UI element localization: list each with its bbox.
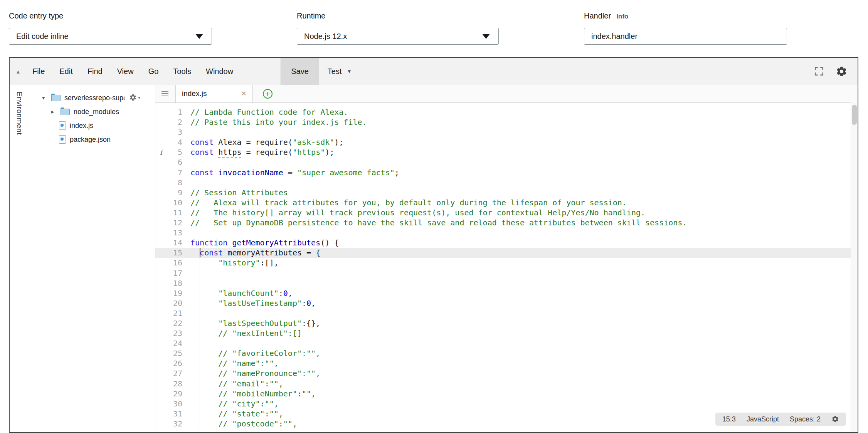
code-line[interactable] — [190, 157, 851, 167]
code-line[interactable]: // "namePronounce":"", — [190, 368, 851, 378]
gutter-line-number[interactable]: 14 — [155, 238, 190, 248]
test-button[interactable]: Test ▾ — [319, 58, 359, 85]
code-line[interactable]: // Lambda Function code for Alexa. — [190, 107, 851, 117]
runtime-select[interactable]: Node.js 12.x — [297, 28, 499, 45]
gutter-line-number[interactable]: 26 — [155, 358, 190, 368]
menu-view[interactable]: View — [110, 58, 141, 85]
gutter-line-number[interactable]: 2 — [155, 117, 190, 127]
code-line[interactable]: // The history[] array will track previo… — [190, 208, 851, 218]
gutter-line-number[interactable]: 8 — [155, 178, 190, 188]
gutter-line-number[interactable]: 7 — [155, 168, 190, 178]
gutter-line-number[interactable]: 11 — [155, 208, 190, 218]
code-line[interactable]: function getMemoryAttributes() { — [190, 238, 851, 248]
gutter-line-number[interactable]: 10 — [155, 198, 190, 208]
language-mode[interactable]: JavaScript — [747, 414, 779, 424]
code-line[interactable]: const invocationName = "super awesome fa… — [190, 168, 851, 178]
handler-info-link[interactable]: Info — [616, 13, 628, 20]
gutter-line-number[interactable]: 6 — [155, 157, 190, 167]
menu-file[interactable]: File — [25, 58, 52, 85]
code-line[interactable] — [190, 127, 851, 137]
gutter-line-number[interactable]: 4 — [155, 137, 190, 147]
code-line[interactable]: // "favoriteColor":"", — [190, 348, 851, 358]
tab-index-js[interactable]: index.js × — [175, 85, 253, 102]
code-line[interactable]: // Alexa will track attributes for you, … — [190, 198, 851, 208]
gutter-line-number[interactable]: 19 — [155, 288, 190, 298]
add-tab-button[interactable]: + — [263, 89, 273, 99]
gutter-line-number[interactable]: 29 — [155, 389, 190, 399]
code-line[interactable]: // Set up DynamoDB persistence to have t… — [190, 218, 851, 228]
gutter-line-number[interactable]: 21 — [155, 308, 190, 318]
editor-settings-gear-icon[interactable] — [836, 65, 848, 77]
close-tab-icon[interactable]: × — [241, 89, 246, 98]
tree-settings-button[interactable]: ▾ — [129, 94, 140, 101]
code-line[interactable]: const https = require("https"); — [190, 147, 851, 157]
gutter-line-number[interactable]: 31 — [155, 409, 190, 419]
annotation-info-icon[interactable]: i — [160, 148, 162, 158]
menu-find[interactable]: Find — [80, 58, 110, 85]
code-line[interactable]: // "nextIntent":[] — [190, 328, 851, 338]
gutter-line-number[interactable]: 5i — [155, 147, 190, 157]
gutter-line-number[interactable]: 3 — [155, 127, 190, 137]
environment-sidebar[interactable]: Environment — [10, 85, 31, 432]
gutter-line-number[interactable]: 12 — [155, 218, 190, 228]
gutter-line-number[interactable]: 32 — [155, 419, 190, 429]
collapse-menubar-icon[interactable]: ▴ — [17, 68, 20, 75]
code-line[interactable] — [190, 268, 851, 278]
handler-input[interactable] — [584, 28, 787, 45]
code-line[interactable] — [190, 228, 851, 238]
gutter-line-number[interactable]: 18 — [155, 278, 190, 288]
tree-item-package.json[interactable]: package.json — [31, 133, 155, 146]
gutter-line-number[interactable]: 30 — [155, 399, 190, 409]
gutter-line-number[interactable]: 13 — [155, 228, 190, 238]
code-line[interactable]: // "email":"", — [190, 379, 851, 389]
code-line[interactable] — [190, 178, 851, 188]
code-line[interactable]: // "name":"", — [190, 358, 851, 368]
code-line[interactable] — [190, 338, 851, 348]
menu-edit[interactable]: Edit — [52, 58, 80, 85]
code-line[interactable] — [190, 278, 851, 288]
tab-list-icon[interactable] — [161, 91, 168, 96]
tab-bar: index.js × + — [155, 85, 858, 103]
file-tree-panel: ▾ serverlessrepo-supe ▾ ▸node_modulesind… — [31, 85, 155, 432]
js-file-icon — [59, 121, 66, 130]
tree-item-node_modules[interactable]: ▸node_modules — [31, 105, 155, 119]
code-line[interactable]: "lastUseTimestamp":0, — [190, 298, 851, 308]
code-line[interactable]: const Alexa = require("ask-sdk"); — [190, 137, 851, 147]
code-line[interactable]: "launchCount":0, — [190, 288, 851, 298]
menu-tools[interactable]: Tools — [166, 58, 198, 85]
status-settings-gear-icon[interactable] — [831, 415, 839, 423]
gutter-line-number[interactable]: 23 — [155, 328, 190, 338]
code-line[interactable]: "lastSpeechOutput":{}, — [190, 318, 851, 328]
code-line[interactable]: // Session Attributes — [190, 188, 851, 198]
code-line[interactable]: "history":[], — [190, 258, 851, 268]
indent-setting[interactable]: Spaces: 2 — [790, 414, 821, 424]
code-line[interactable]: // "city":"", — [190, 399, 851, 409]
code-line[interactable]: const memoryAttributes = { — [190, 248, 851, 258]
gutter-line-number[interactable]: 20 — [155, 298, 190, 308]
code-line[interactable]: // Paste this into your index.js file. — [190, 117, 851, 127]
gutter-line-number[interactable]: 1 — [155, 107, 190, 117]
fullscreen-icon[interactable] — [814, 66, 824, 76]
gutter-line-number[interactable]: 27 — [155, 368, 190, 378]
code-entry-type-select[interactable]: Edit code inline — [9, 28, 212, 45]
gutter-line-number[interactable]: 9 — [155, 188, 190, 198]
gutter-line-number[interactable]: 24 — [155, 338, 190, 348]
code-line[interactable]: // "mobileNumber":"", — [190, 389, 851, 399]
cursor-position[interactable]: 15:3 — [722, 414, 736, 424]
gutter-line-number[interactable]: 22 — [155, 318, 190, 328]
menu-go[interactable]: Go — [141, 58, 166, 85]
vertical-scrollbar[interactable] — [851, 102, 858, 432]
tree-item-index.js[interactable]: index.js — [31, 119, 155, 133]
gutter-line-number[interactable]: 16 — [155, 258, 190, 268]
gutter-line-number[interactable]: 17 — [155, 268, 190, 278]
menu-window[interactable]: Window — [198, 58, 241, 85]
runtime-label: Runtime — [297, 12, 325, 20]
scrollbar-thumb[interactable] — [852, 105, 857, 125]
tree-root-folder[interactable]: ▾ serverlessrepo-supe ▾ — [31, 91, 155, 105]
runtime-value: Node.js 12.x — [304, 32, 347, 41]
gutter-line-number[interactable]: 25 — [155, 348, 190, 358]
code-line[interactable] — [190, 308, 851, 318]
gutter-line-number[interactable]: 15 — [155, 248, 190, 258]
save-button[interactable]: Save — [281, 58, 319, 85]
gutter-line-number[interactable]: 28 — [155, 379, 190, 389]
